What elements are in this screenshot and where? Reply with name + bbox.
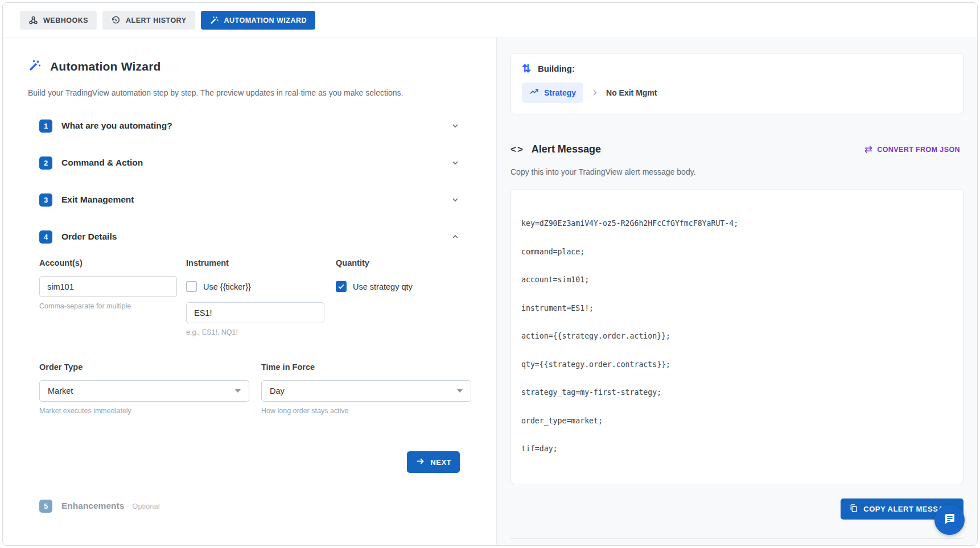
optional-tag: Optional [132, 502, 159, 510]
alert-message-title: Alert Message [532, 143, 601, 155]
breadcrumb: Strategy No Exit Mgmt [522, 83, 952, 103]
history-icon [111, 15, 121, 25]
step-label: Order Details [61, 232, 117, 242]
building-label: Building: [538, 64, 575, 73]
step-header-what-automating[interactable]: 1 What are you automating? [28, 119, 471, 133]
use-strategy-qty-label: Use strategy qty [353, 282, 413, 291]
page-subtitle: Build your TradingView automation step b… [28, 88, 471, 97]
strategy-chip: Strategy [522, 83, 583, 103]
checkbox-unchecked-icon [186, 281, 197, 292]
tif-label: Time in Force [261, 362, 471, 372]
section-divider [510, 538, 963, 539]
dropdown-arrow-icon [235, 389, 241, 393]
copy-icon [849, 504, 858, 514]
tif-helper: How long order stays active [261, 407, 471, 415]
use-ticker-label: Use {{ticker}} [203, 282, 251, 291]
chevron-right-icon [591, 89, 599, 97]
tab-label: ALERT HISTORY [126, 17, 187, 24]
building-card: ⇅ Building: Strategy [510, 53, 963, 114]
code-line: tif=day; [521, 444, 953, 454]
code-line: qty={{strategy.order.contracts}}; [521, 360, 953, 370]
step-header-command-action[interactable]: 2 Command & Action [28, 156, 471, 170]
code-line: instrument=ES1!; [521, 304, 953, 314]
time-in-force-select[interactable]: Day [261, 380, 471, 402]
tab-alert-history[interactable]: ALERT HISTORY [102, 11, 195, 30]
step-label: Command & Action [61, 158, 143, 168]
instrument-helper: e.g., ES1!, NQ1! [186, 328, 336, 336]
step-number-badge: 1 [39, 120, 52, 133]
step-number-badge: 3 [39, 193, 52, 207]
use-ticker-checkbox[interactable]: Use {{ticker}} [186, 276, 336, 297]
order-type-helper: Market executes immediately [39, 407, 249, 415]
chevron-down-icon [451, 121, 460, 130]
chat-fab-button[interactable] [934, 505, 965, 535]
step-number-badge: 5 [39, 500, 52, 513]
order-type-value: Market [48, 386, 73, 395]
chevron-down-icon [451, 158, 460, 167]
chevron-up-icon [451, 232, 460, 241]
convert-from-json-label: CONVERT FROM JSON [877, 146, 960, 154]
app-window: WEBHOOKS ALERT HISTORY AUTO [2, 2, 978, 546]
code-brackets-icon: <> [510, 144, 524, 155]
code-line: strategy_tag=my-first-strategy; [521, 388, 953, 398]
code-line: account=sim101; [521, 275, 953, 285]
code-line: key=dZ90Ez3amiV4Y-oz5-R2G6h2HFcCfGYfmcF8… [521, 219, 953, 229]
step-header-enhancements[interactable]: 5 Enhancements Optional [28, 499, 471, 513]
order-type-label: Order Type [39, 362, 249, 372]
alert-message-section: <> Alert Message ⇄ CONVERT FROM JSON Cop… [510, 143, 963, 539]
instrument-input[interactable] [186, 302, 324, 323]
webhook-icon [28, 15, 38, 25]
page-title: Automation Wizard [50, 60, 161, 73]
dropdown-arrow-icon [457, 389, 463, 393]
alert-message-subtitle: Copy this into your TradingView alert me… [510, 167, 932, 176]
instrument-label: Instrument [186, 258, 336, 267]
order-type-select[interactable]: Market [39, 380, 249, 402]
step-header-order-details[interactable]: 4 Order Details [28, 230, 471, 244]
wizard-panel: Automation Wizard Build your TradingView… [3, 38, 496, 545]
code-line: order_type=market; [521, 417, 953, 426]
next-button-label: NEXT [430, 458, 451, 467]
code-line: action={{strategy.order.action}}; [521, 332, 953, 341]
tab-automation-wizard[interactable]: AUTOMATION WIZARD [201, 11, 316, 30]
top-tab-bar: WEBHOOKS ALERT HISTORY AUTO [3, 3, 977, 38]
step-number-badge: 2 [39, 156, 52, 170]
magic-wand-icon [209, 15, 219, 25]
next-button[interactable]: NEXT [407, 451, 460, 473]
quantity-label: Quantity [336, 258, 460, 267]
alert-message-code-block: key=dZ90Ez3amiV4Y-oz5-R2G6h2HFcCfGYfmcF8… [510, 189, 963, 484]
accounts-label: Account(s) [39, 258, 186, 267]
tab-webhooks[interactable]: WEBHOOKS [20, 11, 97, 30]
chevron-down-icon [451, 195, 460, 204]
tif-value: Day [270, 386, 285, 395]
trending-up-icon [529, 87, 539, 98]
use-strategy-qty-checkbox[interactable]: Use strategy qty [336, 276, 460, 297]
strategy-chip-label: Strategy [544, 88, 576, 97]
preview-panel: ⇅ Building: Strategy [496, 38, 977, 545]
tab-label: AUTOMATION WIZARD [224, 17, 307, 24]
swap-vertical-icon: ⇅ [522, 63, 531, 74]
step-header-exit-management[interactable]: 3 Exit Management [28, 193, 471, 207]
step-number-badge: 4 [39, 230, 52, 244]
exit-mgmt-crumb: No Exit Mgmt [606, 88, 657, 97]
tab-label: WEBHOOKS [43, 17, 88, 24]
magic-wand-icon [28, 59, 42, 75]
accounts-input[interactable] [39, 276, 177, 297]
accounts-helper: Comma-separate for multiple [39, 302, 186, 310]
arrow-right-icon [415, 456, 425, 468]
convert-arrows-icon: ⇄ [864, 143, 873, 155]
chat-bubble-icon [943, 512, 957, 528]
checkbox-checked-icon [336, 281, 347, 292]
step-label: Enhancements [61, 501, 124, 511]
code-line: command=place; [521, 248, 953, 257]
convert-from-json-button[interactable]: ⇄ CONVERT FROM JSON [861, 143, 963, 156]
step-label: Exit Management [61, 195, 134, 205]
step-label: What are you automating? [61, 121, 172, 131]
order-details-form: Account(s) Comma-separate for multiple I… [28, 244, 471, 473]
